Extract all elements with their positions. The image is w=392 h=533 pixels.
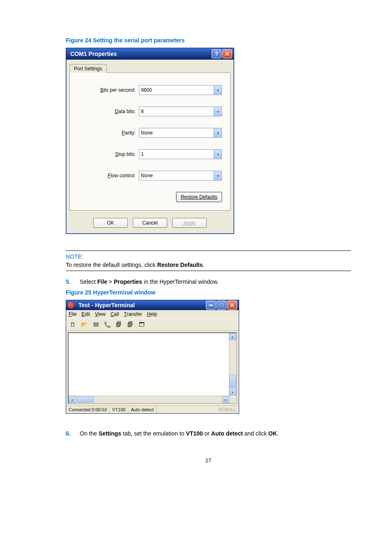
parity-label: Parity:	[78, 130, 139, 136]
data-bits-label: Data bits:	[78, 109, 139, 114]
menu-call[interactable]: Call	[111, 311, 119, 317]
scroll-up-icon[interactable]: ▴	[229, 333, 236, 340]
ht-close-button[interactable]: ✕	[227, 301, 237, 310]
step-6-number: 6.	[66, 430, 80, 437]
flow-control-value: None	[141, 173, 153, 178]
status-scroll: SCROLL	[216, 406, 239, 413]
step-6-text: On the Settings tab, set the emulation t…	[80, 430, 279, 437]
port-settings-panel: Bits per second: 9600 ▾ Data bits: 8 ▾ P…	[69, 72, 231, 211]
menu-transfer[interactable]: Transfer	[124, 311, 142, 317]
menu-help[interactable]: Help	[147, 311, 157, 317]
scroll-right-icon[interactable]: ▸	[222, 396, 229, 403]
hyperterminal-window: Test - HyperTerminal ━ □ ✕ File Edit Vie…	[66, 300, 239, 414]
menu-file[interactable]: File	[69, 311, 76, 317]
figure-24-caption: Figure 24 Setting the serial port parame…	[66, 37, 351, 44]
flow-control-label: Flow control:	[78, 173, 139, 178]
apply-button[interactable]: Apply	[172, 218, 207, 228]
ht-title: Test - HyperTerminal	[76, 302, 205, 308]
stop-bits-combo[interactable]: 1 ▾	[139, 149, 222, 159]
step-6: 6. On the Settings tab, set the emulatio…	[66, 430, 351, 437]
flow-control-combo[interactable]: None ▾	[139, 171, 222, 181]
ht-titlebar[interactable]: Test - HyperTerminal ━ □ ✕	[66, 300, 239, 310]
dialog-title: COM1 Properties	[68, 51, 211, 57]
ok-button[interactable]: OK	[93, 218, 128, 228]
connect-icon[interactable]: ☎	[92, 320, 100, 329]
figure-25-caption: Figure 25 HyperTerminal window	[66, 289, 351, 296]
open-icon[interactable]: 📂	[80, 320, 88, 329]
minimize-button[interactable]: ━	[206, 301, 216, 310]
bits-per-second-value: 9600	[141, 87, 152, 93]
status-connected: Connected 0:00:53	[66, 406, 110, 413]
terminal-area[interactable]: ▴ ▾ ◂ ▸	[68, 332, 237, 404]
disconnect-icon[interactable]: 📞	[103, 320, 111, 329]
cancel-button[interactable]: Cancel	[133, 218, 167, 228]
stop-bits-value: 1	[141, 151, 144, 157]
scroll-left-icon[interactable]: ◂	[69, 396, 76, 403]
note-rule-bottom	[66, 271, 351, 271]
step-5: 5. Select File > Properties in the Hyper…	[66, 278, 351, 285]
new-icon[interactable]: 🗋	[69, 320, 77, 329]
chevron-down-icon: ▾	[214, 150, 221, 159]
maximize-button[interactable]: □	[217, 301, 226, 310]
properties-icon[interactable]: 🗔	[138, 320, 146, 329]
stop-bits-label: Stop bits:	[78, 151, 139, 157]
ht-app-icon	[68, 302, 74, 308]
menu-edit[interactable]: Edit	[81, 311, 90, 317]
chevron-down-icon: ▾	[214, 107, 221, 116]
step-5-text: Select File > Properties in the HyperTer…	[80, 278, 219, 285]
data-bits-combo[interactable]: 8 ▾	[139, 107, 222, 116]
receive-icon[interactable]: 🗐	[126, 320, 134, 329]
hscroll-thumb[interactable]	[76, 396, 94, 403]
step-5-number: 5.	[66, 278, 80, 285]
bits-per-second-combo[interactable]: 9600 ▾	[139, 85, 222, 95]
scroll-down-icon[interactable]: ▾	[229, 389, 236, 396]
ht-statusbar: Connected 0:00:53 VT100 Auto detect SCRO…	[66, 406, 239, 413]
tab-port-settings[interactable]: Port Settings	[69, 64, 107, 73]
chevron-down-icon: ▾	[214, 128, 221, 137]
chevron-down-icon: ▾	[214, 86, 221, 95]
note-body: To restore the default settings, click R…	[66, 262, 351, 268]
close-button[interactable]: ✕	[222, 49, 232, 58]
parity-value: None	[141, 130, 153, 136]
status-detect: Auto detect	[128, 406, 157, 413]
ht-menubar: File Edit View Call Transfer Help	[66, 310, 239, 318]
horizontal-scrollbar[interactable]: ◂ ▸	[69, 396, 229, 403]
send-icon[interactable]: 🗐	[115, 320, 123, 329]
menu-view[interactable]: View	[95, 311, 106, 317]
page-number: 27	[66, 457, 351, 463]
status-emulation: VT100	[110, 406, 128, 413]
ht-toolbar: 🗋 📂 ☎ 📞 🗐 🗐 🗔	[66, 318, 239, 331]
com1-properties-dialog: COM1 Properties ? ✕ Port Settings Bits p…	[66, 48, 234, 234]
vertical-scrollbar[interactable]: ▴ ▾	[229, 333, 236, 396]
help-button[interactable]: ?	[212, 49, 221, 58]
bits-per-second-label: Bits per second:	[78, 87, 139, 93]
note-rule-top	[66, 250, 351, 251]
data-bits-value: 8	[141, 109, 144, 114]
parity-combo[interactable]: None ▾	[139, 128, 222, 138]
note-heading: NOTE:	[66, 253, 351, 260]
scroll-thumb[interactable]	[229, 375, 236, 388]
dialog-titlebar[interactable]: COM1 Properties ? ✕	[66, 48, 234, 60]
restore-defaults-button[interactable]: Restore Defaults	[176, 192, 222, 202]
resize-grip[interactable]	[229, 396, 236, 403]
chevron-down-icon: ▾	[214, 171, 221, 180]
